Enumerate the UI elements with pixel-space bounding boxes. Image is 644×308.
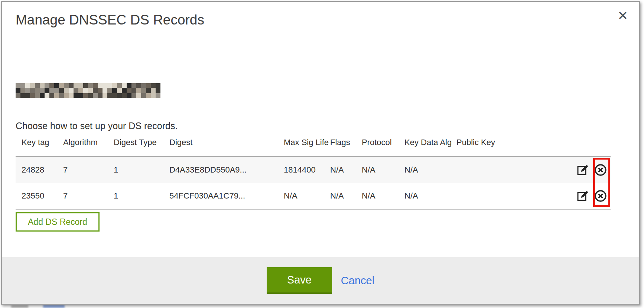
ds-records-table: Key tagAlgorithmDigest TypeDigestMax Sig…	[16, 135, 611, 210]
mosaic-block	[103, 88, 107, 93]
mosaic-block	[136, 83, 141, 88]
table-cell: N/A	[278, 191, 324, 201]
mosaic-block	[88, 93, 93, 98]
table-row: 2482871D4A33E8DD550A9...1814400N/AN/AN/A	[16, 157, 611, 183]
mosaic-block	[54, 93, 59, 98]
column-header: Key Data Alg	[399, 138, 451, 147]
mosaic-block	[131, 93, 136, 98]
mosaic-block	[59, 88, 64, 93]
delete-record-button[interactable]	[593, 189, 608, 203]
mosaic-block	[69, 88, 74, 93]
mosaic-block	[93, 93, 98, 98]
table-cell: D4A33E8DD550A9...	[163, 165, 278, 175]
mosaic-block	[136, 88, 141, 93]
mosaic-block	[40, 88, 45, 93]
mosaic-block	[112, 83, 117, 88]
mosaic-block	[49, 88, 54, 93]
mosaic-block	[88, 88, 93, 93]
mosaic-block	[141, 93, 146, 98]
modal-footer: Save Cancel	[2, 257, 639, 304]
mosaic-block	[16, 93, 20, 98]
edit-record-button[interactable]	[576, 190, 589, 202]
mosaic-block	[83, 83, 88, 88]
background-page-remnant	[43, 305, 65, 308]
delete-record-button[interactable]	[593, 163, 608, 177]
table-cell: 7	[57, 191, 108, 201]
mosaic-block	[69, 83, 74, 88]
mosaic-block	[131, 88, 136, 93]
mosaic-block	[40, 93, 45, 98]
mosaic-block	[112, 88, 117, 93]
mosaic-block	[103, 83, 107, 88]
mosaic-block	[93, 83, 98, 88]
mosaic-block	[117, 88, 122, 93]
mosaic-block	[20, 88, 25, 93]
mosaic-block	[35, 93, 40, 98]
mosaic-block	[45, 83, 49, 88]
mosaic-block	[141, 88, 146, 93]
table-cell: 7	[57, 165, 108, 175]
row-actions	[575, 163, 611, 177]
mosaic-block	[88, 83, 93, 88]
mosaic-block	[127, 93, 131, 98]
mosaic-block	[64, 83, 69, 88]
mosaic-block	[122, 93, 127, 98]
cancel-link[interactable]: Cancel	[341, 275, 374, 287]
redacted-domain-name	[16, 83, 160, 98]
mosaic-block	[30, 93, 35, 98]
mosaic-block	[59, 83, 64, 88]
mosaic-block	[45, 88, 49, 93]
table-header-row: Key tagAlgorithmDigest TypeDigestMax Sig…	[16, 135, 611, 156]
mosaic-block	[40, 83, 45, 88]
row-actions	[575, 189, 611, 203]
table-cell: 23550	[16, 191, 57, 201]
mosaic-block	[35, 88, 40, 93]
column-header: Protocol	[356, 138, 399, 147]
mosaic-block	[146, 83, 151, 88]
mosaic-block	[131, 83, 136, 88]
table-cell: 1	[108, 191, 163, 201]
delete-icon	[593, 163, 608, 177]
table-cell: N/A	[324, 165, 356, 175]
mosaic-block	[83, 88, 88, 93]
mosaic-block	[156, 83, 160, 88]
mosaic-block	[117, 83, 122, 88]
background-page-remnant	[11, 305, 28, 308]
mosaic-block	[151, 83, 156, 88]
mosaic-block	[54, 88, 59, 93]
mosaic-block	[30, 83, 35, 88]
mosaic-block	[151, 88, 156, 93]
mosaic-block	[20, 83, 25, 88]
mosaic-block	[122, 83, 127, 88]
table-cell: N/A	[399, 191, 451, 201]
mosaic-block	[107, 83, 112, 88]
edit-record-button[interactable]	[576, 164, 589, 176]
column-header: Public Key	[451, 138, 575, 147]
edit-icon	[576, 190, 589, 202]
instruction-text: Choose how to set up your DS records.	[16, 121, 178, 131]
column-header: Flags	[324, 138, 356, 147]
column-header: Key tag	[16, 138, 57, 147]
table-cell: N/A	[399, 165, 451, 175]
mosaic-block	[117, 93, 122, 98]
mosaic-block	[64, 88, 69, 93]
close-icon[interactable]: ✕	[616, 8, 630, 23]
mosaic-block	[141, 83, 146, 88]
table-cell: 1814400	[278, 165, 324, 175]
mosaic-block	[35, 83, 40, 88]
table-body: 2482871D4A33E8DD550A9...1814400N/AN/AN/A…	[16, 156, 611, 210]
mosaic-block	[146, 88, 151, 93]
save-button[interactable]: Save	[267, 267, 332, 294]
mosaic-block	[64, 93, 69, 98]
mosaic-block	[25, 88, 30, 93]
mosaic-block	[78, 93, 83, 98]
mosaic-block	[107, 88, 112, 93]
mosaic-block	[59, 93, 64, 98]
mosaic-block	[74, 83, 78, 88]
mosaic-block	[98, 93, 103, 98]
edit-icon	[576, 164, 589, 176]
add-ds-record-button[interactable]: Add DS Record	[16, 212, 100, 232]
mosaic-block	[112, 93, 117, 98]
modal-title: Manage DNSSEC DS Records	[16, 12, 204, 28]
mosaic-block	[49, 93, 54, 98]
